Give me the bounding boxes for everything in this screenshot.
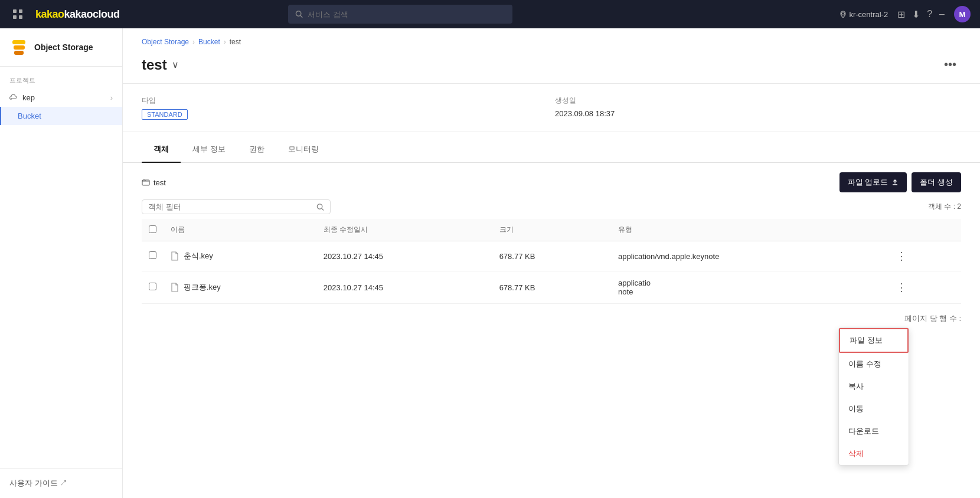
object-count: 객체 수 : 2 xyxy=(928,202,961,212)
th-checkbox xyxy=(142,219,164,241)
user-guide-link[interactable]: 사용자 가이드 ↗ xyxy=(9,478,113,489)
sidebar-item-bucket[interactable]: Bucket xyxy=(0,107,122,125)
row1-checkbox[interactable] xyxy=(149,251,156,259)
cloud-icon xyxy=(9,94,18,102)
filter-input[interactable] xyxy=(148,202,312,211)
object-toolbar: test 파일 업로드 폴더 생성 xyxy=(142,172,961,192)
table-row: 춘식.key 2023.10.27 14:45 678.77 KB applic… xyxy=(142,241,961,271)
context-menu-item-move[interactable]: 이동 xyxy=(839,398,909,420)
main-content: Object Storage › Bucket › test test ∨ ••… xyxy=(123,28,980,498)
breadcrumb: Object Storage › Bucket › test xyxy=(123,28,980,46)
topnav: kakaokakaocloud kr-central-2 ⊞ ⬇ ? – M xyxy=(0,0,980,28)
upload-icon xyxy=(891,179,899,186)
breadcrumb-current: test xyxy=(230,38,241,46)
file-icon xyxy=(171,251,179,261)
object-area: test 파일 업로드 폴더 생성 객체 수 xyxy=(123,163,980,333)
folder-icon xyxy=(142,178,150,186)
breadcrumb-sep-2: › xyxy=(224,38,226,46)
svg-rect-0 xyxy=(13,9,17,13)
svg-point-4 xyxy=(296,11,300,16)
th-size: 크기 xyxy=(492,219,611,241)
th-modified: 최종 수정일시 xyxy=(316,219,492,241)
context-menu-item-download[interactable]: 다운로드 xyxy=(839,420,909,443)
row1-checkbox-cell xyxy=(142,241,164,271)
search-input[interactable] xyxy=(308,10,505,19)
created-label: 생성일 xyxy=(555,96,961,106)
title-chevron-icon[interactable]: ∨ xyxy=(172,59,179,70)
project-name: kep xyxy=(22,93,35,102)
svg-rect-3 xyxy=(19,15,22,19)
object-path: test xyxy=(142,178,166,187)
th-actions xyxy=(886,219,961,241)
pagination-label: 페이지 당 행 수 : xyxy=(904,313,961,324)
location-icon xyxy=(839,11,847,18)
current-path: test xyxy=(153,178,166,187)
row1-more-cell: ⋮ xyxy=(886,241,961,271)
row2-type: applicationote xyxy=(611,271,885,304)
sidebar-footer: 사용자 가이드 ↗ xyxy=(0,468,122,498)
page-title: test xyxy=(142,57,167,73)
help-icon[interactable]: ? xyxy=(927,9,932,19)
svg-point-6 xyxy=(842,12,845,15)
type-meta: 타입 STANDARD xyxy=(142,96,548,120)
search-bar[interactable] xyxy=(288,5,512,24)
row2-checkbox[interactable] xyxy=(149,283,156,290)
upload-button[interactable]: 파일 업로드 xyxy=(839,172,907,192)
context-menu-item-rename[interactable]: 이름 수정 xyxy=(839,353,909,375)
row2-checkbox-cell xyxy=(142,271,164,304)
region-selector[interactable]: kr-central-2 xyxy=(839,10,888,19)
page-header: test ∨ ••• xyxy=(123,46,980,84)
file-icon xyxy=(171,283,179,292)
object-storage-icon xyxy=(9,38,28,57)
tab-detail[interactable]: 세부 정보 xyxy=(181,137,237,163)
page-title-wrap: test ∨ xyxy=(142,57,179,73)
created-value: 2023.09.08 18:37 xyxy=(555,109,961,118)
chevron-right-icon: › xyxy=(110,93,113,102)
row1-type: application/vnd.apple.keynote xyxy=(611,241,885,271)
page-more-button[interactable]: ••• xyxy=(939,55,961,74)
table-row: 핑크퐁.key 2023.10.27 14:45 678.77 KB appli… xyxy=(142,271,961,304)
select-all-checkbox[interactable] xyxy=(149,225,156,233)
app-logo: kakaokakaocloud xyxy=(35,8,120,21)
sidebar: Object Storage 프로젝트 kep › Bucket 사용자 가이드… xyxy=(0,28,123,498)
filter-input-wrap xyxy=(142,199,331,214)
row1-name: 춘식.key xyxy=(164,241,316,271)
th-type: 유형 xyxy=(611,219,885,241)
context-menu: 파일 정보 이름 수정 복사 이동 다운로드 삭제 xyxy=(838,327,909,466)
context-menu-item-delete[interactable]: 삭제 xyxy=(839,443,909,465)
notification-icon[interactable]: – xyxy=(939,9,945,19)
sidebar-title: Object Storage xyxy=(34,42,93,52)
filter-row: 객체 수 : 2 xyxy=(142,199,961,214)
breadcrumb-sep-1: › xyxy=(192,38,195,46)
avatar[interactable]: M xyxy=(954,6,971,22)
tabs: 객체 세부 정보 권한 모니터링 xyxy=(123,137,980,163)
th-name: 이름 xyxy=(164,219,316,241)
context-menu-item-file-info[interactable]: 파일 정보 xyxy=(839,328,909,353)
row1-modified: 2023.10.27 14:45 xyxy=(316,241,492,271)
tab-permission[interactable]: 권한 xyxy=(237,137,276,163)
row1-more-button[interactable]: ⋮ xyxy=(893,248,910,264)
row2-more-button[interactable]: ⋮ xyxy=(893,280,910,295)
layout-icon[interactable]: ⊞ xyxy=(897,9,905,20)
tab-object[interactable]: 객체 xyxy=(142,137,181,163)
download-icon[interactable]: ⬇ xyxy=(912,9,920,20)
create-folder-button[interactable]: 폴더 생성 xyxy=(912,172,961,192)
svg-rect-1 xyxy=(19,9,22,13)
tab-monitoring[interactable]: 모니터링 xyxy=(276,137,331,163)
svg-rect-2 xyxy=(13,15,17,19)
meta-section: 타입 STANDARD 생성일 2023.09.08 18:37 xyxy=(123,84,980,132)
toolbar-buttons: 파일 업로드 폴더 생성 xyxy=(839,172,961,192)
sidebar-header: Object Storage xyxy=(0,28,122,67)
region-label: kr-central-2 xyxy=(849,10,888,19)
object-table: 이름 최종 수정일시 크기 유형 xyxy=(142,219,961,304)
row2-more-cell: ⋮ xyxy=(886,271,961,304)
breadcrumb-bucket[interactable]: Bucket xyxy=(198,38,220,46)
table-footer: 페이지 당 행 수 : xyxy=(142,313,961,324)
breadcrumb-object-storage[interactable]: Object Storage xyxy=(142,38,189,46)
topnav-right: kr-central-2 ⊞ ⬇ ? – M xyxy=(839,6,971,22)
search-icon xyxy=(295,10,303,18)
grid-icon[interactable] xyxy=(9,6,26,22)
context-menu-item-copy[interactable]: 복사 xyxy=(839,375,909,398)
svg-line-9 xyxy=(322,208,324,210)
sidebar-project-item[interactable]: kep › xyxy=(0,89,122,107)
